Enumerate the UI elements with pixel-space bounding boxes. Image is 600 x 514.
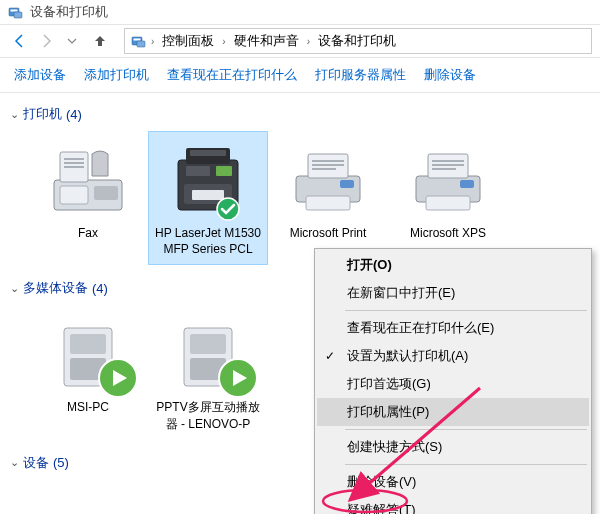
menu-print-prefs[interactable]: 打印首选项(G)	[317, 370, 589, 398]
svg-rect-1	[11, 10, 18, 12]
device-hp-laserjet[interactable]: HP LaserJet M1530 MFP Series PCL	[148, 131, 268, 265]
menu-printer-props[interactable]: 打印机属性(P)	[317, 398, 589, 426]
chevron-right-icon: ›	[307, 36, 310, 47]
menu-separator	[345, 310, 587, 311]
section-label-devices: 设备	[23, 454, 49, 472]
play-badge-icon	[217, 357, 259, 399]
device-label: HP LaserJet M1530 MFP Series PCL	[152, 225, 264, 257]
devices-printers-icon	[8, 4, 24, 20]
chevron-down-icon: ⌄	[10, 282, 19, 295]
window-titlebar: 设备和打印机	[0, 0, 600, 24]
section-header-printers[interactable]: ⌄ 打印机 (4)	[10, 99, 590, 127]
svg-rect-4	[134, 39, 141, 41]
devices-printers-icon	[131, 33, 147, 49]
section-count-devices: (5)	[53, 455, 69, 470]
section-count-printers: (4)	[66, 107, 82, 122]
context-menu: 打开(O) 在新窗口中打开(E) 查看现在正在打印什么(E) ✓设置为默认打印机…	[314, 248, 592, 514]
svg-rect-12	[60, 186, 88, 204]
printer-icon	[406, 140, 490, 220]
nav-up-button[interactable]	[88, 29, 112, 53]
breadcrumb-control-panel[interactable]: 控制面板	[158, 30, 218, 52]
toolbar-server-props[interactable]: 打印服务器属性	[315, 66, 406, 84]
device-pptv[interactable]: PPTV多屏互动播放器 - LENOVO-P	[148, 305, 268, 439]
breadcrumb[interactable]: › 控制面板 › 硬件和声音 › 设备和打印机	[124, 28, 592, 54]
svg-rect-25	[312, 168, 336, 170]
breadcrumb-devices-printers[interactable]: 设备和打印机	[314, 30, 400, 52]
device-microsoft-xps[interactable]: Microsoft XPS	[388, 131, 508, 265]
nav-back-button[interactable]	[8, 29, 32, 53]
toolbar-see-printing[interactable]: 查看现在正在打印什么	[167, 66, 297, 84]
svg-rect-33	[426, 196, 470, 210]
svg-rect-26	[306, 196, 350, 210]
nav-forward-button[interactable]	[34, 29, 58, 53]
device-msi-pc[interactable]: MSI-PC	[28, 305, 148, 439]
menu-separator	[345, 464, 587, 465]
nav-recent-dropdown[interactable]	[60, 29, 84, 53]
menu-create-shortcut[interactable]: 创建快捷方式(S)	[317, 433, 589, 461]
toolbar-add-device[interactable]: 添加设备	[14, 66, 66, 84]
svg-rect-10	[64, 166, 84, 168]
svg-rect-9	[64, 162, 84, 164]
section-label-multimedia: 多媒体设备	[23, 279, 88, 297]
chevron-right-icon: ›	[151, 36, 154, 47]
menu-remove-device[interactable]: 删除设备(V)	[317, 468, 589, 496]
svg-rect-27	[340, 180, 354, 188]
section-count-multimedia: (4)	[92, 281, 108, 296]
play-badge-icon	[97, 357, 139, 399]
window-title: 设备和打印机	[30, 3, 108, 21]
chevron-right-icon: ›	[222, 36, 225, 47]
address-bar: › 控制面板 › 硬件和声音 › 设备和打印机	[0, 24, 600, 58]
svg-rect-8	[64, 158, 84, 160]
device-fax[interactable]: Fax	[28, 131, 148, 265]
svg-point-20	[217, 198, 239, 220]
svg-rect-40	[190, 334, 226, 354]
fax-icon	[46, 140, 130, 220]
command-toolbar: 添加设备 添加打印机 查看现在正在打印什么 打印服务器属性 删除设备	[0, 58, 600, 93]
svg-rect-5	[137, 41, 145, 47]
svg-rect-36	[70, 334, 106, 354]
menu-troubleshoot[interactable]: 疑难解答(T)	[317, 496, 589, 514]
svg-rect-23	[312, 160, 344, 162]
toolbar-add-printer[interactable]: 添加打印机	[84, 66, 149, 84]
breadcrumb-hardware-sound[interactable]: 硬件和声音	[230, 30, 303, 52]
svg-rect-2	[14, 12, 22, 18]
svg-rect-34	[460, 180, 474, 188]
svg-rect-24	[312, 164, 344, 166]
device-label: Fax	[78, 225, 98, 241]
svg-rect-31	[432, 164, 464, 166]
svg-rect-18	[216, 166, 232, 176]
svg-rect-11	[94, 186, 118, 200]
svg-rect-32	[432, 168, 456, 170]
svg-rect-15	[190, 150, 226, 156]
chevron-down-icon: ⌄	[10, 456, 19, 469]
menu-set-default[interactable]: ✓设置为默认打印机(A)	[317, 342, 589, 370]
default-check-badge-icon	[216, 197, 240, 221]
menu-open[interactable]: 打开(O)	[317, 251, 589, 279]
svg-rect-30	[432, 160, 464, 162]
device-label: PPTV多屏互动播放器 - LENOVO-P	[152, 399, 264, 431]
device-label: MSI-PC	[67, 399, 109, 415]
check-icon: ✓	[325, 349, 335, 363]
device-label: Microsoft XPS	[410, 225, 486, 241]
menu-separator	[345, 429, 587, 430]
device-label: Microsoft Print	[290, 225, 367, 241]
menu-see-printing[interactable]: 查看现在正在打印什么(E)	[317, 314, 589, 342]
printer-icon	[286, 140, 370, 220]
device-microsoft-print[interactable]: Microsoft Print	[268, 131, 388, 265]
menu-open-new-window[interactable]: 在新窗口中打开(E)	[317, 279, 589, 307]
toolbar-remove-device[interactable]: 删除设备	[424, 66, 476, 84]
section-label-printers: 打印机	[23, 105, 62, 123]
chevron-down-icon: ⌄	[10, 108, 19, 121]
svg-rect-19	[186, 166, 210, 176]
